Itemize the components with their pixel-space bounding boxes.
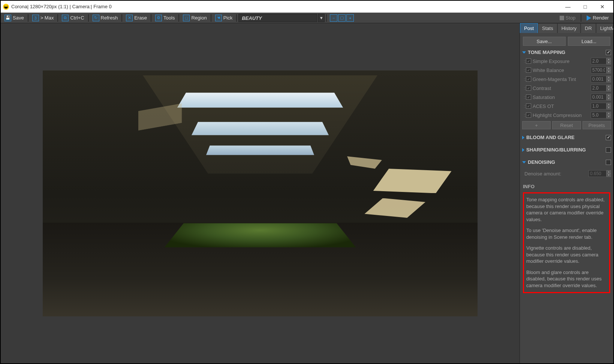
load-settings-button[interactable]: Load... (568, 37, 611, 46)
spinner-down[interactable]: ▼ (607, 106, 611, 109)
param-label: Contrast (533, 85, 591, 91)
exposure-input[interactable] (591, 58, 607, 64)
param-saturation: :: ✓ Saturation ▲▼ (520, 93, 613, 102)
bloom-glare-title: BLOOM AND GLARE (526, 135, 575, 140)
tone-mapping-title: TONE MAPPING (528, 49, 565, 55)
enable-checkbox[interactable]: ✓ (526, 103, 531, 109)
region-icon: □ (183, 15, 190, 21)
section-bloom-glare[interactable]: BLOOM AND GLARE ✓ (520, 133, 613, 142)
minimize-button[interactable]: — (559, 1, 577, 13)
white-balance-input[interactable] (591, 67, 607, 73)
sidebar-panel: Post Stats History DR LightMix Save... L… (520, 23, 613, 363)
denoise-amount-input (589, 170, 607, 177)
param-label: Highlight Compression (533, 112, 591, 118)
close-button[interactable]: ✕ (594, 1, 611, 13)
spinner-up[interactable]: ▲ (607, 103, 611, 106)
stop-label: Stop (566, 15, 576, 21)
section-sharpening[interactable]: SHARPENING/BLURRING (520, 145, 613, 154)
spinner-down[interactable]: ▼ (607, 61, 611, 64)
bloom-enable-checkbox[interactable]: ✓ (606, 135, 611, 140)
spinner-down[interactable]: ▼ (607, 79, 611, 82)
spinner-down[interactable]: ▼ (607, 70, 611, 73)
denoise-amount-row: Denoise amount: ▲▼ (520, 166, 613, 181)
tab-post[interactable]: Post (520, 23, 538, 33)
enable-checkbox[interactable]: ✓ (526, 85, 531, 91)
aces-ot-input[interactable] (591, 103, 607, 109)
save-button[interactable]: 💾Save (2, 14, 26, 22)
tab-lightmix[interactable]: LightMix (596, 23, 613, 33)
spinner-down[interactable]: ▼ (607, 88, 611, 91)
reset-button[interactable]: Reset (552, 121, 581, 129)
chevron-down-icon (522, 51, 526, 54)
enable-checkbox[interactable]: ✓ (526, 67, 531, 73)
max-label: > Max (40, 15, 54, 21)
enable-checkbox[interactable]: ✓ (526, 94, 531, 100)
tools-button[interactable]: ⚙Tools (153, 14, 177, 22)
denoise-enable-checkbox[interactable] (606, 160, 611, 165)
corona-vfb-window: Corona| 1280×720px (1:1) | Camera:| Fram… (0, 0, 614, 364)
param-label: Simple Exposure (533, 58, 591, 64)
sidebar-tabs: Post Stats History DR LightMix (520, 23, 613, 33)
save-label: Save (13, 15, 24, 21)
to-max-button[interactable]: 3> Max (30, 14, 56, 22)
chevron-down-icon (522, 161, 526, 163)
render-pass-select[interactable]: BEAUTY (238, 14, 317, 22)
gear-icon: ⚙ (155, 15, 162, 21)
param-label: ACES OT (533, 103, 591, 109)
param-green-magenta: :: ✓ Green-Magenta Tint ▲▼ (520, 75, 613, 84)
enable-checkbox[interactable]: ✓ (526, 76, 531, 82)
content-area: Post Stats History DR LightMix Save... L… (1, 23, 613, 363)
render-viewport[interactable] (1, 23, 520, 363)
enable-checkbox[interactable]: ✓ (526, 58, 531, 64)
green-magenta-input[interactable] (591, 76, 607, 82)
denoise-amount-label: Denoise amount: (524, 171, 589, 177)
denoising-title: DENOISING (528, 159, 555, 165)
zoom-out-button[interactable]: − (330, 14, 337, 22)
param-contrast: :: ✓ Contrast ▲▼ (520, 84, 613, 93)
tab-stats[interactable]: Stats (538, 23, 557, 33)
pick-button[interactable]: ☚Pick (213, 14, 235, 22)
presets-button[interactable]: Presets (583, 121, 611, 129)
spinner-up[interactable]: ▲ (607, 94, 611, 97)
save-settings-button[interactable]: Save... (523, 37, 566, 46)
spinner-up[interactable]: ▲ (607, 58, 611, 61)
render-button[interactable]: Render (584, 15, 612, 21)
app-icon (3, 4, 9, 10)
spinner-up[interactable]: ▲ (607, 76, 611, 79)
tab-dr[interactable]: DR (581, 23, 596, 33)
render-controls: Stop Render (557, 14, 612, 22)
spinner-down[interactable]: ▼ (607, 97, 611, 100)
erase-button[interactable]: ✕Erase (124, 14, 149, 22)
stop-icon (560, 16, 564, 20)
enable-checkbox[interactable]: ✓ (526, 112, 531, 118)
param-highlight-compression: :: ✓ Highlight Compression ▲▼ (520, 111, 613, 120)
section-denoising[interactable]: DENOISING (520, 158, 613, 166)
spinner-up[interactable]: ▲ (607, 85, 611, 88)
spinner-up[interactable]: ▲ (607, 112, 611, 115)
spinner-down[interactable]: ▼ (607, 115, 611, 118)
section-tone-mapping[interactable]: TONE MAPPING ✓ (520, 48, 613, 57)
highlight-input[interactable] (591, 112, 607, 118)
copy-button[interactable]: ⧉Ctrl+C (60, 14, 86, 22)
refresh-button[interactable]: ↻Refresh (90, 14, 120, 22)
erase-label: Erase (134, 15, 147, 21)
render-pass-dropdown-icon[interactable]: ▾ (318, 14, 325, 22)
tools-label: Tools (163, 15, 175, 21)
spinner-up[interactable]: ▲ (607, 67, 611, 70)
spinner-down: ▼ (607, 174, 611, 177)
param-label: White Balance (533, 67, 591, 73)
zoom-fit-button[interactable]: ▢ (338, 14, 346, 22)
region-button[interactable]: □Region (181, 14, 209, 22)
add-operator-button[interactable]: + (522, 121, 551, 129)
window-controls: — □ ✕ (559, 1, 611, 13)
info-text: To use 'Denoise amount', enable denoisin… (526, 227, 607, 240)
info-box: Tone mapping controls are disabled, beca… (523, 192, 610, 293)
tone-mapping-enable-checkbox[interactable]: ✓ (606, 50, 611, 55)
contrast-input[interactable] (591, 85, 607, 91)
zoom-in-button[interactable]: + (346, 14, 354, 22)
maximize-button[interactable]: □ (577, 1, 594, 13)
saturation-input[interactable] (591, 94, 607, 100)
tab-history[interactable]: History (557, 23, 581, 33)
stop-button[interactable]: Stop (557, 15, 579, 21)
sharpen-enable-checkbox[interactable] (606, 147, 611, 153)
